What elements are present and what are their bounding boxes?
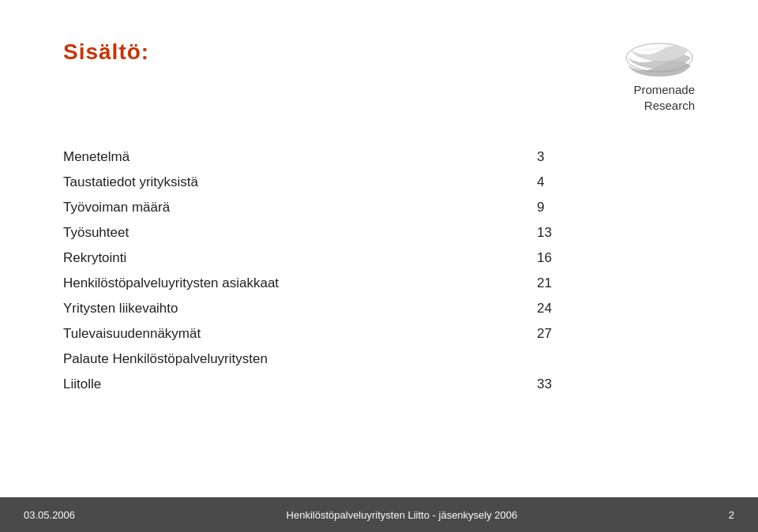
toc-row: Menetelmä3 bbox=[63, 144, 695, 170]
toc-row: Tulevaisuudennäkymät27 bbox=[63, 321, 695, 347]
main-content: Sisältö: Promenade Research Menetelmä3Ta bbox=[0, 0, 758, 397]
logo-graphic bbox=[624, 36, 695, 79]
page-title: Sisältö: bbox=[63, 32, 149, 65]
footer: 03.05.2006 Henkilöstöpalveluyritysten Li… bbox=[0, 497, 758, 532]
logo-text: Promenade Research bbox=[633, 82, 695, 113]
toc-item-label: Menetelmä bbox=[63, 144, 537, 170]
toc-row: Työsuhteet13 bbox=[63, 220, 695, 245]
toc-item-label: Palaute Henkilöstöpalveluyritysten bbox=[63, 347, 537, 372]
toc-row: Henkilöstöpalveluyritysten asiakkaat21 bbox=[63, 271, 695, 296]
toc-item-label: Rekrytointi bbox=[63, 245, 537, 271]
header-area: Sisältö: Promenade Research bbox=[63, 32, 695, 113]
toc-item-page: 3 bbox=[537, 144, 695, 170]
toc-row: Palaute Henkilöstöpalveluyritysten bbox=[63, 347, 695, 372]
toc-row: Työvoiman määrä9 bbox=[63, 195, 695, 220]
toc-item-label: Henkilöstöpalveluyritysten asiakkaat bbox=[63, 271, 537, 296]
toc-table: Menetelmä3Taustatiedot yrityksistä4Työvo… bbox=[63, 144, 695, 397]
toc-item-page: 27 bbox=[537, 321, 695, 347]
toc-item-label: Työsuhteet bbox=[63, 220, 537, 245]
footer-title: Henkilöstöpalveluyritysten Liitto - jäse… bbox=[75, 509, 729, 521]
toc-item-label: Tulevaisuudennäkymät bbox=[63, 321, 537, 347]
toc-item-page: 4 bbox=[537, 170, 695, 195]
toc-item-label: Työvoiman määrä bbox=[63, 195, 537, 220]
toc-item-page: 9 bbox=[537, 195, 695, 220]
footer-date: 03.05.2006 bbox=[24, 509, 75, 521]
toc-item-page: 16 bbox=[537, 245, 695, 271]
toc-row: Rekrytointi16 bbox=[63, 245, 695, 271]
toc-item-label: Liitolle bbox=[63, 372, 537, 397]
toc-item-page: 24 bbox=[537, 296, 695, 321]
toc-item-label: Yritysten liikevaihto bbox=[63, 296, 537, 321]
toc-row: Yritysten liikevaihto24 bbox=[63, 296, 695, 321]
toc-item-page: 21 bbox=[537, 271, 695, 296]
toc-item-page: 33 bbox=[537, 372, 695, 397]
toc-item-label: Taustatiedot yrityksistä bbox=[63, 170, 537, 195]
toc-item-page bbox=[537, 347, 695, 372]
toc-row: Liitolle33 bbox=[63, 372, 695, 397]
toc-row: Taustatiedot yrityksistä4 bbox=[63, 170, 695, 195]
logo-area: Promenade Research bbox=[624, 32, 695, 113]
footer-page: 2 bbox=[729, 509, 734, 521]
toc-item-page: 13 bbox=[537, 220, 695, 245]
